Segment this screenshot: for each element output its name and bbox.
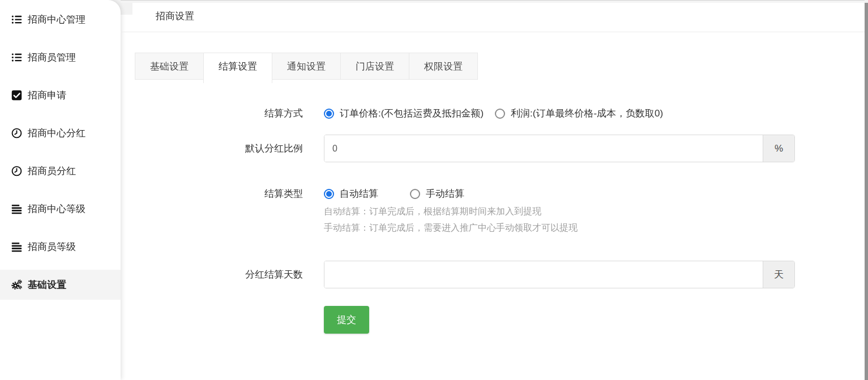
sidebar-item-investment-center-level[interactable]: 招商中心等级 xyxy=(0,194,121,224)
sidebar-item-label: 基础设置 xyxy=(28,278,66,291)
default-ratio-control: % xyxy=(324,135,795,162)
page-title: 招商设置 xyxy=(156,10,194,23)
sidebar-item-investment-center-management[interactable]: 招商中心管理 xyxy=(0,5,121,34)
radio-icon[interactable] xyxy=(410,189,420,199)
sidebar-item-label: 招商中心分红 xyxy=(28,127,85,140)
auto-settle-help-text: 自动结算：订单完成后，根据结算期时间来加入到提现 xyxy=(324,205,868,218)
default-ratio-input[interactable] xyxy=(324,135,763,162)
sidebar-item-investment-apply[interactable]: 招商申请 xyxy=(0,80,121,110)
tab-notification-settings[interactable]: 通知设置 xyxy=(272,53,341,80)
page-header: 招商设置 xyxy=(121,0,868,32)
bars-icon xyxy=(11,241,22,252)
sidebar-item-investment-center-dividend[interactable]: 招商中心分红 xyxy=(0,118,121,148)
field-label: 结算方式 xyxy=(121,107,303,120)
percent-unit-addon: % xyxy=(763,135,794,162)
radio-icon[interactable] xyxy=(324,189,334,199)
settlement-days-input[interactable] xyxy=(324,261,763,288)
tab-basic-settings[interactable]: 基础设置 xyxy=(135,53,204,80)
submit-row: 提交 xyxy=(324,306,868,334)
bars-icon xyxy=(11,204,22,214)
settlement-method-row: 结算方式 订单价格:(不包括运费及抵扣金额) 利润:(订单最终价格-成本，负数取… xyxy=(121,107,868,120)
sidebar-item-label: 招商员分红 xyxy=(28,165,76,178)
settlement-method-options: 订单价格:(不包括运费及抵扣金额) 利润:(订单最终价格-成本，负数取0) xyxy=(324,107,663,120)
field-label: 分红结算天数 xyxy=(121,268,303,281)
sidebar-item-label: 招商申请 xyxy=(28,89,66,102)
radio-option-order-price[interactable]: 订单价格:(不包括运费及抵扣金额) xyxy=(324,107,484,120)
day-unit-addon: 天 xyxy=(763,261,794,288)
tab-bar: 基础设置 结算设置 通知设置 门店设置 权限设置 xyxy=(135,53,868,83)
clock-icon xyxy=(11,166,22,176)
sidebar-item-investment-staff-management[interactable]: 招商员管理 xyxy=(0,42,121,72)
radio-option-manual-settle[interactable]: 手动结算 xyxy=(410,187,464,200)
sidebar-item-label: 招商中心等级 xyxy=(28,202,85,215)
radio-label: 手动结算 xyxy=(426,187,464,200)
sidebar-item-basic-settings[interactable]: 基础设置 xyxy=(0,270,121,300)
settlement-type-options: 自动结算 手动结算 xyxy=(324,187,464,200)
radio-icon[interactable] xyxy=(324,109,334,119)
sidebar-item-investment-staff-level[interactable]: 招商员等级 xyxy=(0,232,121,262)
settlement-days-input-group: 天 xyxy=(324,261,795,288)
default-ratio-row: 默认分红比例 % xyxy=(121,135,868,162)
window-top-strip xyxy=(121,1,865,3)
radio-option-profit[interactable]: 利润:(订单最终价格-成本，负数取0) xyxy=(495,107,663,120)
tab-settlement-settings[interactable]: 结算设置 xyxy=(203,53,272,83)
settlement-type-row: 结算类型 自动结算 手动结算 xyxy=(121,187,868,200)
list-icon xyxy=(11,52,22,63)
sidebar: 招商中心管理 招商员管理 招商申请 招商中心分红 招商员分红 招商中心等级 xyxy=(0,0,121,380)
sidebar-item-label: 招商员等级 xyxy=(28,240,76,253)
clock-icon xyxy=(11,128,22,139)
radio-label: 利润:(订单最终价格-成本，负数取0) xyxy=(511,107,663,120)
radio-label: 自动结算 xyxy=(340,187,378,200)
gears-icon xyxy=(11,279,22,290)
scrollbar[interactable] xyxy=(865,0,868,380)
settlement-days-control: 天 xyxy=(324,261,795,288)
settlement-settings-form: 结算方式 订单价格:(不包括运费及抵扣金额) 利润:(订单最终价格-成本，负数取… xyxy=(121,107,868,334)
manual-settle-help-text: 手动结算：订单完成后，需要进入推广中心手动领取才可以提现 xyxy=(324,222,868,234)
sidebar-item-label: 招商员管理 xyxy=(28,51,76,64)
radio-icon[interactable] xyxy=(495,109,505,119)
settlement-days-row: 分红结算天数 天 xyxy=(121,261,868,288)
check-square-icon xyxy=(11,90,22,101)
sidebar-item-investment-staff-dividend[interactable]: 招商员分红 xyxy=(0,156,121,186)
sidebar-item-label: 招商中心管理 xyxy=(28,13,85,26)
tab-store-settings[interactable]: 门店设置 xyxy=(340,53,409,80)
list-icon xyxy=(11,14,22,25)
field-label: 默认分红比例 xyxy=(121,142,303,155)
default-ratio-input-group: % xyxy=(324,135,795,162)
main-content: 招商设置 基础设置 结算设置 通知设置 门店设置 权限设置 结算方式 订单价格:… xyxy=(121,0,868,334)
submit-button[interactable]: 提交 xyxy=(324,306,369,334)
radio-option-auto-settle[interactable]: 自动结算 xyxy=(324,187,378,200)
radio-label: 订单价格:(不包括运费及抵扣金额) xyxy=(340,107,484,120)
tab-permission-settings[interactable]: 权限设置 xyxy=(409,53,478,80)
field-label: 结算类型 xyxy=(121,187,303,200)
